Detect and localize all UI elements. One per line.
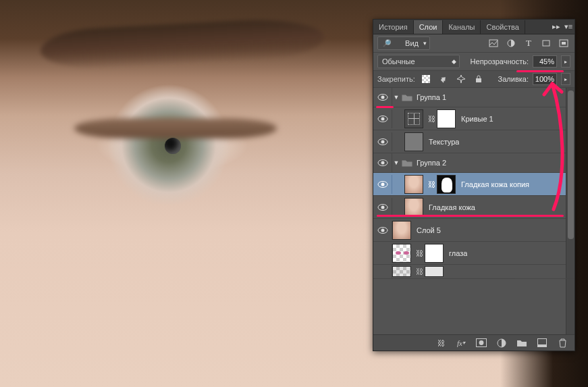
layer-name[interactable]: Гладкая кожа копия (461, 180, 529, 188)
layer-row[interactable]: Текстура (373, 130, 574, 153)
adjustment-thumb[interactable] (404, 109, 423, 128)
opacity-flyout-icon[interactable]: ▸ (561, 55, 570, 68)
opacity-input[interactable]: 45% (533, 55, 557, 68)
new-layer-icon[interactable] (535, 337, 549, 349)
layer-filter-select[interactable]: 🔎 Вид ▾ (377, 36, 430, 50)
blend-mode-select[interactable]: Обычные ◆ (377, 55, 460, 68)
mask-thumb[interactable] (425, 244, 444, 263)
visibility-toggle[interactable] (373, 198, 392, 217)
layer-row[interactable]: ⛓ глаза (373, 242, 574, 265)
layer-name[interactable]: Гладкая кожа (429, 203, 475, 211)
new-group-icon[interactable] (515, 337, 529, 349)
add-mask-icon[interactable] (475, 337, 488, 349)
lock-transparent-icon[interactable] (419, 73, 433, 85)
new-adjustment-icon[interactable] (495, 337, 508, 349)
opacity-label[interactable]: Непрозрачность: (471, 57, 529, 66)
disclosure-triangle[interactable]: ▼ (392, 94, 400, 101)
layer-thumb[interactable] (404, 198, 423, 217)
layer-name[interactable]: глаза (449, 249, 467, 257)
filter-type-icon[interactable]: T (522, 37, 535, 49)
layer-name[interactable]: Группа 2 (417, 159, 446, 167)
tab-channels[interactable]: Каналы (443, 20, 481, 34)
filter-shape-icon[interactable] (539, 37, 553, 49)
link-mask-icon[interactable]: ⛓ (415, 249, 423, 257)
link-mask-icon[interactable]: ⛓ (427, 180, 435, 188)
layer-thumb[interactable] (392, 266, 411, 277)
link-mask-icon[interactable]: ⛓ (427, 115, 435, 123)
svg-rect-0 (489, 40, 498, 47)
visibility-toggle[interactable] (373, 265, 392, 278)
layer-group[interactable]: ▼ Группа 2 (373, 153, 574, 173)
layer-name[interactable]: Слой 5 (417, 226, 441, 234)
chevron-down-icon: ◆ (452, 58, 456, 65)
tab-history[interactable]: История (373, 20, 414, 34)
layer-row[interactable]: ⛓ (373, 265, 574, 279)
disclosure-triangle[interactable]: ▼ (392, 159, 400, 166)
delete-layer-icon[interactable] (556, 337, 569, 349)
svg-rect-4 (562, 42, 566, 45)
photo-lid (74, 118, 277, 138)
visibility-toggle[interactable] (373, 244, 392, 263)
visibility-toggle[interactable] (373, 153, 392, 172)
layers-list[interactable]: ▼ Группа 1 ⛓ Кривые 1 Текстура ▼ Группа … (373, 88, 574, 334)
blend-row: Обычные ◆ Непрозрачность: 45% ▸ (373, 53, 574, 71)
fill-label[interactable]: Заливка: (498, 75, 529, 83)
layer-name[interactable]: Группа 1 (417, 93, 446, 101)
folder-icon (400, 92, 414, 103)
layer-row[interactable]: Гладкая кожа (373, 196, 574, 219)
filter-smart-icon[interactable] (557, 37, 570, 49)
tab-layers[interactable]: Слои (414, 20, 444, 34)
layer-thumb[interactable] (392, 244, 411, 263)
layer-filter-row: 🔎 Вид ▾ T (373, 34, 574, 53)
visibility-toggle[interactable] (373, 175, 392, 194)
visibility-toggle[interactable] (373, 109, 392, 128)
visibility-toggle[interactable] (373, 221, 392, 240)
scrollbar[interactable] (566, 88, 574, 334)
svg-point-12 (381, 96, 384, 99)
scrollbar-thumb[interactable] (568, 91, 574, 239)
layer-filter-label: Вид (405, 39, 419, 47)
layer-group[interactable]: ▼ Группа 1 (373, 88, 574, 107)
filter-pixel-icon[interactable] (487, 37, 500, 49)
visibility-toggle[interactable] (373, 132, 392, 151)
fill-input[interactable]: 100% (533, 73, 557, 85)
fill-flyout-icon[interactable]: ▸ (561, 73, 570, 85)
visibility-toggle[interactable] (373, 88, 392, 107)
lock-all-icon[interactable] (472, 73, 485, 85)
filter-adjust-icon[interactable] (504, 37, 518, 49)
lock-label: Закрепить: (377, 75, 415, 83)
lock-position-icon[interactable] (454, 73, 468, 85)
panel-tab-bar: История Слои Каналы Свойства ▸▸ ▾≡ (373, 20, 574, 34)
layer-row-selected[interactable]: ⛓ Гладкая кожа копия (373, 173, 574, 196)
folder-icon (400, 157, 414, 168)
layers-panel: История Слои Каналы Свойства ▸▸ ▾≡ 🔎 Вид… (373, 19, 575, 351)
layer-thumb[interactable] (392, 221, 411, 240)
search-icon: 🔎 (382, 39, 392, 48)
svg-point-26 (479, 340, 484, 345)
layer-row[interactable]: ⛓ Кривые 1 (373, 107, 574, 130)
tab-properties[interactable]: Свойства (481, 20, 525, 34)
layer-name[interactable]: Кривые 1 (461, 115, 493, 123)
mask-thumb[interactable] (437, 109, 456, 128)
svg-point-18 (381, 161, 384, 165)
layers-bottom-bar: ⛓ fx▾ (373, 334, 574, 351)
svg-point-14 (381, 117, 384, 120)
svg-point-16 (381, 140, 384, 143)
layer-thumb[interactable] (404, 132, 423, 151)
svg-rect-29 (538, 344, 547, 347)
svg-rect-2 (543, 41, 550, 46)
svg-rect-10 (476, 78, 481, 82)
panel-menu-icon[interactable]: ▾≡ (562, 22, 574, 31)
svg-point-22 (381, 205, 384, 209)
mask-thumb[interactable] (437, 175, 456, 194)
fx-icon[interactable]: fx▾ (454, 337, 468, 349)
photo-pupil (165, 138, 181, 154)
mask-thumb[interactable] (425, 266, 444, 277)
collapse-icon[interactable]: ▸▸ (550, 22, 562, 31)
link-mask-icon[interactable]: ⛓ (415, 267, 423, 276)
layer-thumb[interactable] (404, 175, 423, 194)
layer-row[interactable]: Слой 5 (373, 219, 574, 242)
layer-name[interactable]: Текстура (429, 138, 459, 146)
link-layers-icon[interactable]: ⛓ (434, 337, 448, 349)
lock-image-icon[interactable] (437, 73, 450, 85)
